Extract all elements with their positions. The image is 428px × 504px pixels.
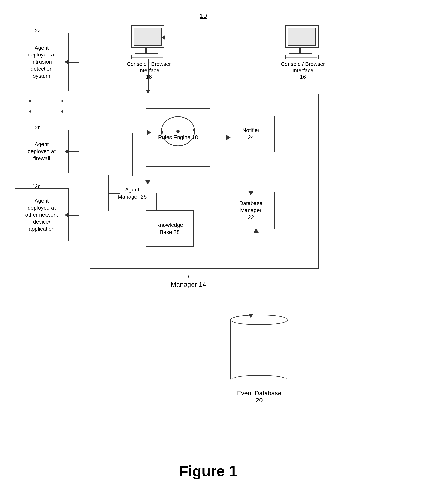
console1-kb-line2 bbox=[132, 57, 164, 58]
rules-to-agentmgr-h bbox=[132, 167, 148, 167]
console1-screen bbox=[134, 27, 162, 46]
db-manager-box: DatabaseManager22 bbox=[227, 192, 275, 229]
agent-12b-arrowhead bbox=[65, 149, 69, 154]
dot3 bbox=[61, 100, 64, 102]
agent-12b-h-line bbox=[69, 151, 79, 152]
agentmgr-to-rules-h bbox=[156, 193, 157, 194]
circular-arrows-svg bbox=[148, 110, 208, 154]
svg-point-3 bbox=[176, 130, 180, 133]
agent-12a-arrowhead bbox=[65, 59, 69, 64]
notifier-box: Notifier24 bbox=[227, 116, 275, 152]
evdb-to-dbmgr-arrowhead bbox=[254, 228, 259, 233]
agentmgr-to-rules-line bbox=[156, 193, 157, 210]
event-db-top bbox=[230, 315, 288, 325]
rules-to-dbmgr-arrowhead bbox=[248, 191, 253, 195]
rules-to-agentmgr-v bbox=[148, 167, 148, 181]
console1-label: Console / Browser Interface16 bbox=[121, 61, 177, 80]
agent-12c-h-line bbox=[69, 215, 79, 216]
agentmgr-to-left-h bbox=[108, 193, 120, 194]
console1-kb-line1 bbox=[132, 56, 164, 56]
console1-down-line bbox=[148, 59, 149, 91]
console1-stand bbox=[145, 48, 147, 52]
agent-connect-line-vertical bbox=[79, 59, 79, 253]
dot4 bbox=[61, 110, 64, 112]
agent-12c-arrowhead bbox=[65, 212, 69, 218]
console2-to-console1-line bbox=[165, 37, 285, 38]
agentmgr-to-rules-arrowhead bbox=[147, 130, 151, 135]
console1-keyboard bbox=[131, 55, 165, 59]
event-db-bottom-ellipse bbox=[230, 375, 288, 386]
agent-12b-box: Agentdeployed atfirewall bbox=[15, 130, 69, 173]
dbmgr-to-evdb-line bbox=[251, 229, 251, 315]
agent-12a-h-line bbox=[69, 62, 79, 62]
agent-12a-box: Agentdeployed atintrusiondetectionsystem bbox=[15, 33, 69, 91]
console2-kb-line1 bbox=[286, 56, 317, 56]
console2-label: Console / Browser Interface16 bbox=[275, 61, 331, 80]
console1-base bbox=[135, 52, 158, 54]
dbmgr-to-evdb-arrowhead bbox=[248, 314, 253, 318]
knowledge-base-box: KnowledgeBase 28 bbox=[146, 210, 194, 247]
rules-to-notifier-arrowhead bbox=[226, 135, 231, 140]
figure-label: Figure 1 bbox=[125, 462, 291, 480]
console2-stand bbox=[299, 48, 301, 52]
agentmgr-up-line bbox=[132, 133, 133, 176]
diagram-number: 10 bbox=[200, 12, 207, 19]
console-arrow-left bbox=[161, 35, 165, 40]
agent-12c-box: Agentdeployed atother networkdevice/appl… bbox=[15, 188, 69, 242]
console2-screen bbox=[288, 27, 316, 46]
console1-down-arrowhead bbox=[146, 90, 150, 94]
rules-to-notifier-line bbox=[210, 137, 227, 138]
rules-to-dbmgr-v bbox=[251, 152, 251, 192]
event-db-label: Event Database20 bbox=[225, 390, 294, 404]
dot2 bbox=[29, 110, 31, 112]
console2-base bbox=[289, 52, 312, 54]
console2-kb-line2 bbox=[286, 57, 317, 58]
event-db-body bbox=[230, 319, 288, 381]
diagram: 10 12a Agentdeployed atintrusiondetectio… bbox=[0, 0, 428, 504]
manager-14-label: / Manager 14 bbox=[171, 273, 206, 288]
console2-keyboard bbox=[285, 55, 319, 59]
dot1 bbox=[29, 100, 31, 102]
rules-to-agentmgr-down-arrowhead bbox=[145, 180, 150, 185]
agentmgr-up-h bbox=[132, 133, 148, 133]
